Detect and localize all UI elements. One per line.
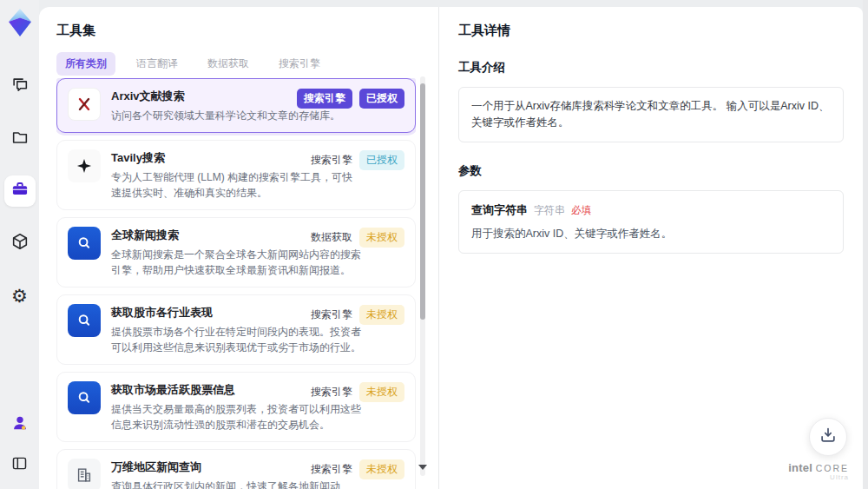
brand-core-text: CORE [816,463,849,473]
folder-icon [10,128,30,150]
window-scrollbar[interactable] [863,0,868,489]
sidebar-item-files[interactable] [4,123,36,155]
tab-all-categories[interactable]: 所有类别 [56,52,115,76]
brand-intel-text: intel [788,461,812,474]
list-scrollbar-thumb[interactable] [420,83,425,320]
app-logo-icon [6,7,34,38]
param-type: 字符串 [534,202,565,218]
main-panel: 工具集 所有类别 语言翻译 数据获取 搜索引擎 Arxiv文献搜索 访问各个研究… [39,7,863,489]
status-badge: 未授权 [359,459,404,479]
tool-card-stock-sectors[interactable]: 获取股市各行业表现 提供股票市场各个行业在特定时间段内的表现。投资者可以利用这些… [56,294,416,365]
tool-description: 访问各个研究领域大量科学论文和文章的存储库。 [111,108,361,123]
brand-sub-text: Ultra [788,474,849,482]
list-scrollbar[interactable] [420,76,425,476]
status-badge: 未授权 [359,382,404,402]
toolbox-icon [10,180,30,202]
cube-icon [10,232,30,254]
tab-translation[interactable]: 语言翻译 [128,52,187,76]
tavily-star-icon [68,149,101,182]
tool-description: 专为人工智能代理 (LLM) 构建的搜索引擎工具，可快速提供实时、准确和真实的结… [111,169,361,201]
sidebar-item-settings[interactable]: ⚙ [4,280,36,311]
category-label: 搜索引擎 [311,153,352,168]
user-avatar[interactable] [4,409,36,440]
scroll-down-arrow-icon[interactable] [418,465,427,470]
tab-search-engine[interactable]: 搜索引擎 [270,52,329,76]
tool-card-regional-news[interactable]: 万维地区新闻查询 查询具体行政区划内的新闻，快速了解各地新闻动 搜索引擎 未授权 [56,449,416,489]
tool-list: Arxiv文献搜索 访问各个研究领域大量科学论文和文章的存储库。 搜索引擎 已授… [56,78,416,489]
param-description: 用于搜索的Arxiv ID、关键字或作者姓名。 [471,226,831,242]
status-badge: 未授权 [359,305,404,325]
sidebar-item-toolset[interactable] [4,175,36,207]
sidebar-item-models[interactable] [4,228,36,259]
category-label: 搜索引擎 [311,462,352,477]
tool-description: 提供股票市场各个行业在特定时间段内的表现。投资者可以利用这些信息来识别表现优于或… [111,324,361,355]
tool-description: 全球新闻搜索是一个聚合全球各大新闻网站内容的搜索引擎，帮助用户快速获取全球最新资… [111,247,361,278]
gear-icon: ⚙ [11,287,28,305]
param-card: 查询字符串 字符串 必填 用于搜索的Arxiv ID、关键字或作者姓名。 [458,190,844,254]
status-badge: 已授权 [359,150,404,170]
arxiv-icon [68,88,101,121]
app-sidebar: ⚙ [0,0,39,489]
category-label: 数据获取 [311,230,352,245]
collapse-sidebar-button[interactable] [4,449,36,480]
tool-card-tavily[interactable]: Tavily搜索 专为人工智能代理 (LLM) 构建的搜索引擎工具，可快速提供实… [56,140,416,210]
sidebar-item-chat[interactable] [4,71,36,102]
tool-intro-text: 一个用于从Arxiv存储库搜索科学论文和文章的工具。 输入可以是Arxiv ID… [458,87,844,142]
intro-section-header: 工具介绍 [458,60,844,76]
tool-description: 提供当天交易量最高的股票列表，投资者可以利用这些信息来识别流动性强的股票和潜在的… [111,401,361,433]
category-label: 搜索引擎 [311,307,352,322]
stock-search-icon [68,381,101,414]
category-badge: 搜索引擎 [297,89,352,109]
params-section-header: 参数 [458,163,844,179]
download-button[interactable] [809,418,847,456]
toolset-pane: 工具集 所有类别 语言翻译 数据获取 搜索引擎 Arxiv文献搜索 访问各个研究… [39,7,438,489]
param-required-badge: 必填 [571,203,591,218]
param-name: 查询字符串 [471,202,528,219]
tool-details-pane: 工具详情 工具介绍 一个用于从Arxiv存储库搜索科学论文和文章的工具。 输入可… [438,7,863,489]
tool-card-active-stocks[interactable]: 获取市场最活跃股票信息 提供当天交易量最高的股票列表，投资者可以利用这些信息来识… [56,372,416,442]
category-tabs: 所有类别 语言翻译 数据获取 搜索引擎 [56,52,329,76]
category-label: 搜索引擎 [311,385,352,400]
collapse-panel-icon [10,454,29,476]
chat-icon [10,76,30,98]
news-search-icon [68,227,101,260]
tool-card-global-news[interactable]: 全球新闻搜索 全球新闻搜索是一个聚合全球各大新闻网站内容的搜索引擎，帮助用户快速… [56,217,416,287]
building-icon [68,459,101,489]
status-badge: 未授权 [359,228,404,248]
page-title: 工具集 [56,23,95,39]
tab-data-fetch[interactable]: 数据获取 [199,52,258,76]
tool-description: 查询具体行政区划内的新闻，快速了解各地新闻动 [111,479,361,489]
tool-card-arxiv[interactable]: Arxiv文献搜索 访问各个研究领域大量科学论文和文章的存储库。 搜索引擎 已授… [56,78,416,133]
user-icon [10,413,30,436]
download-icon [819,426,838,448]
details-title: 工具详情 [458,23,844,39]
intel-core-logo: intel CORE Ultra [788,462,849,482]
status-badge: 已授权 [359,89,404,109]
stock-search-icon [68,304,101,337]
